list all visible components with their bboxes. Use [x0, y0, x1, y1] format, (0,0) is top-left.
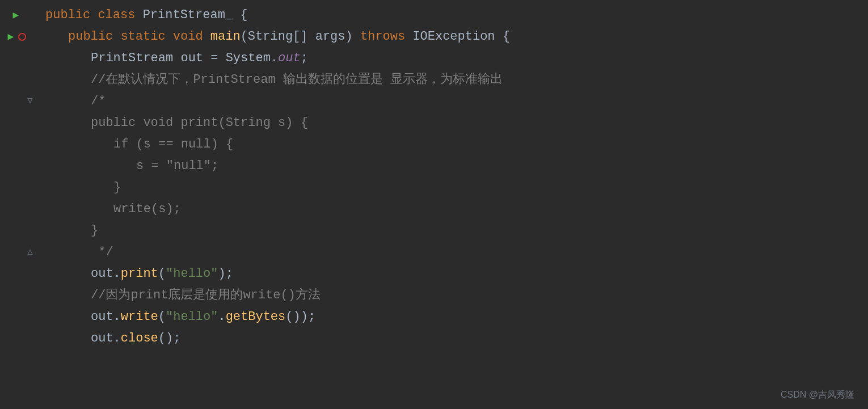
code-line-16: out.close(); — [0, 328, 868, 349]
paren-15: ( — [158, 307, 166, 327]
line-content-11: } — [34, 221, 868, 241]
gutter-2: ▶ — [0, 29, 34, 45]
code-line-4: //在默认情况下，PrintStream 输出数据的位置是 显示器，为标准输出 — [0, 69, 868, 91]
method-main: main — [210, 27, 241, 47]
paren-13: ( — [158, 264, 166, 284]
out-print-call: out. — [91, 264, 121, 284]
gutter-1: ▶ — [0, 7, 34, 24]
code-editor: ▶ public class PrintStream_ { ▶ public s… — [0, 0, 868, 354]
method-close: close — [121, 328, 158, 348]
watermark: CSDN @吉风秀隆 — [781, 387, 854, 402]
line-content-12: */ — [34, 242, 868, 262]
string-hello-2: "hello" — [166, 307, 218, 327]
line-content-1: public class PrintStream_ { — [34, 5, 868, 25]
code-line-13: out.print("hello"); — [0, 263, 868, 285]
line-content-13: out.print("hello"); — [34, 264, 868, 284]
comment-7: if (s == null) { — [113, 134, 233, 154]
paren-open: (String[] args) — [241, 27, 360, 47]
close-15: ()); — [285, 307, 315, 327]
system-out-italic: out — [278, 48, 301, 68]
line-content-14: //因为print底层是使用的write()方法 — [34, 285, 868, 305]
code-line-15: out.write("hello".getBytes()); — [0, 306, 868, 328]
keyword-throws: throws — [360, 27, 412, 47]
line-content-16: out.close(); — [34, 328, 868, 348]
line-content-2: public static void main(String[] args) t… — [34, 27, 868, 47]
code-line-7: if (s == null) { — [0, 134, 868, 155]
method-write: write — [121, 307, 158, 327]
comment-4: //在默认情况下，PrintStream 输出数据的位置是 显示器，为标准输出 — [91, 70, 503, 90]
comment-12: */ — [91, 242, 113, 262]
run-arrow-2[interactable]: ▶ — [8, 29, 14, 45]
comment-9: } — [113, 178, 121, 197]
keyword-class: class — [98, 5, 142, 25]
line-content-6: public void print(String s) { — [34, 113, 868, 133]
code-line-3: PrintStream out = System.out; — [0, 48, 868, 69]
code-line-14: //因为print底层是使用的write()方法 — [0, 285, 868, 306]
keyword-public: public — [45, 5, 98, 25]
close-13: ); — [218, 264, 233, 284]
out-close-call: out. — [91, 328, 121, 348]
line-content-4: //在默认情况下，PrintStream 输出数据的位置是 显示器，为标准输出 — [34, 70, 868, 90]
method-print: print — [121, 264, 158, 284]
line-content-5: /* — [34, 91, 868, 111]
code-line-8: s = "null"; — [0, 155, 868, 177]
out-write-call: out. — [91, 307, 121, 327]
line-content-9: } — [34, 178, 868, 197]
comment-8: s = "null"; — [136, 156, 218, 176]
code-line-9: } — [0, 177, 868, 199]
line-content-3: PrintStream out = System.out; — [34, 48, 868, 68]
code-line-10: write(s); — [0, 199, 868, 220]
line-content-7: if (s == null) { — [34, 134, 868, 154]
method-getbytes: getBytes — [226, 307, 286, 327]
code-line-11: } — [0, 220, 868, 242]
breakpoint-2[interactable] — [18, 33, 26, 41]
comment-11: } — [91, 221, 98, 241]
line-content-8: s = "null"; — [34, 156, 868, 176]
code-line-1: ▶ public class PrintStream_ { — [0, 5, 868, 26]
comment-14: //因为print底层是使用的write()方法 — [91, 285, 321, 305]
code-line-2: ▶ public static void main(String[] args)… — [0, 26, 868, 48]
string-hello: "hello" — [166, 264, 218, 284]
keyword-static: static — [120, 27, 172, 47]
close-16: (); — [158, 328, 181, 348]
run-arrow-1[interactable]: ▶ — [13, 7, 19, 24]
printstream-decl: PrintStream out = System. — [91, 48, 278, 68]
keyword-public-2: public — [68, 27, 120, 47]
semicolon-3: ; — [301, 48, 308, 68]
code-line-5: ▽ /* — [0, 91, 868, 112]
class-name: PrintStream_ { — [143, 5, 248, 25]
ioexception: IOException { — [412, 27, 510, 47]
fold-icon-12[interactable]: △ — [27, 245, 33, 260]
line-content-15: out.write("hello".getBytes()); — [34, 307, 868, 327]
keyword-void: void — [173, 27, 210, 47]
code-line-6: public void print(String s) { — [0, 112, 868, 134]
comment-5: /* — [91, 91, 106, 111]
comment-6: public void print(String s) { — [91, 113, 308, 133]
line-content-10: write(s); — [34, 199, 868, 219]
dot-15: . — [218, 307, 225, 327]
fold-icon-5[interactable]: ▽ — [27, 94, 33, 109]
comment-10: write(s); — [113, 199, 181, 219]
code-line-12: △ */ — [0, 242, 868, 263]
